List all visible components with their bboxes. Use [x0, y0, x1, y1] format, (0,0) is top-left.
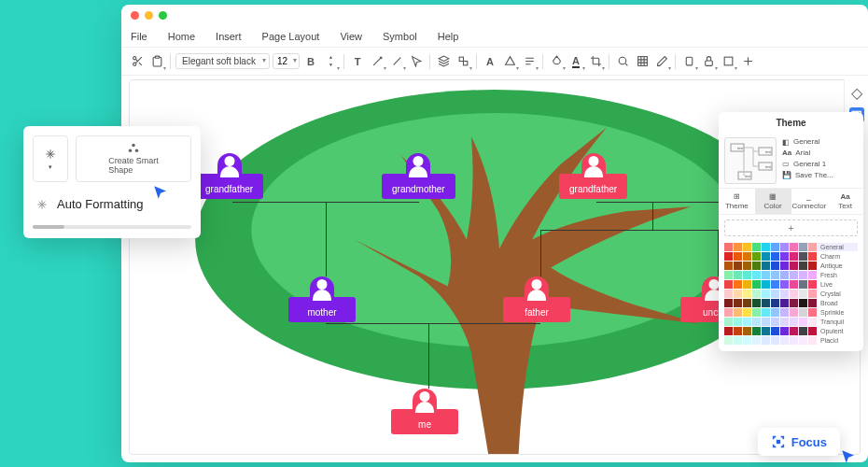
swatch[interactable]	[734, 280, 742, 289]
swatch[interactable]	[799, 252, 807, 261]
swatch[interactable]	[762, 336, 770, 345]
swatch[interactable]	[743, 299, 751, 307]
swatch[interactable]	[780, 299, 789, 307]
swatch[interactable]	[808, 290, 817, 298]
swatch[interactable]	[799, 243, 807, 251]
swatch[interactable]	[771, 252, 779, 261]
swatch-row[interactable]: Live	[724, 280, 858, 289]
swatch[interactable]	[724, 280, 733, 289]
layers-icon[interactable]	[435, 53, 452, 70]
preset-item[interactable]: ▭General 1	[782, 160, 858, 168]
swatch[interactable]	[734, 243, 742, 251]
swatch[interactable]	[724, 252, 733, 261]
swatch[interactable]	[724, 299, 733, 307]
swatch[interactable]	[780, 336, 789, 345]
swatch[interactable]	[743, 308, 751, 317]
diamond-icon[interactable]: ◇	[849, 85, 864, 100]
swatch[interactable]	[762, 243, 770, 251]
swatch[interactable]	[808, 308, 817, 317]
cut-icon[interactable]	[129, 53, 146, 70]
swatch[interactable]	[743, 280, 751, 289]
grid-icon[interactable]	[634, 53, 651, 70]
swatch[interactable]	[771, 327, 779, 335]
swatch[interactable]	[780, 252, 789, 261]
swatch[interactable]	[799, 280, 807, 289]
preset-item[interactable]: AaArial	[782, 149, 858, 157]
swatch[interactable]	[790, 243, 798, 251]
swatch-row[interactable]: Tranquil	[724, 318, 858, 326]
swatch[interactable]	[724, 308, 733, 317]
tab-connector[interactable]: ⎯Connector	[791, 189, 828, 214]
swatch[interactable]	[724, 290, 733, 298]
swatch[interactable]	[790, 299, 798, 307]
swatch[interactable]	[780, 243, 789, 251]
swatch-row[interactable]: Crystal	[724, 290, 858, 298]
swatch[interactable]	[771, 299, 779, 307]
tree-node-mother[interactable]: mother	[288, 276, 356, 322]
menu-view[interactable]: View	[340, 31, 362, 42]
swatch[interactable]	[724, 327, 733, 335]
swatch[interactable]	[762, 290, 770, 298]
swatch[interactable]	[734, 308, 742, 317]
preset-item[interactable]: 💾Save The...	[782, 171, 858, 179]
font-style-icon[interactable]: A	[482, 53, 498, 70]
swatch[interactable]	[771, 271, 779, 279]
sparkle-button[interactable]: ▾	[33, 135, 68, 182]
swatch[interactable]	[762, 262, 770, 270]
lock-icon[interactable]	[700, 53, 717, 70]
swatch[interactable]	[752, 243, 761, 251]
swatch[interactable]	[752, 318, 761, 326]
swatch[interactable]	[771, 262, 779, 270]
more-icon[interactable]	[739, 53, 756, 70]
swatch[interactable]	[790, 318, 798, 326]
swatch-row[interactable]: General	[724, 243, 858, 251]
menu-insert[interactable]: Insert	[216, 31, 242, 42]
swatch[interactable]	[790, 327, 798, 335]
swatch[interactable]	[799, 271, 807, 279]
swatch[interactable]	[771, 290, 779, 298]
preset-item[interactable]: ◧General	[782, 137, 858, 146]
swatch[interactable]	[762, 327, 770, 335]
swatch[interactable]	[734, 262, 742, 270]
swatch[interactable]	[808, 252, 817, 261]
menu-symbol[interactable]: Symbol	[383, 31, 417, 42]
swatch[interactable]	[799, 327, 807, 335]
format-slider[interactable]	[33, 225, 191, 229]
swatch[interactable]	[780, 327, 789, 335]
font-expand-icon[interactable]	[322, 53, 339, 70]
swatch[interactable]	[743, 252, 751, 261]
swatch-row[interactable]: Opulent	[724, 327, 858, 335]
swatch[interactable]	[734, 336, 742, 345]
swatch[interactable]	[752, 271, 761, 279]
swatch[interactable]	[808, 262, 817, 270]
swatch[interactable]	[752, 299, 761, 307]
swatch[interactable]	[752, 336, 761, 345]
swatch[interactable]	[808, 336, 817, 345]
swatch[interactable]	[734, 290, 742, 298]
swatch[interactable]	[790, 290, 798, 298]
pen-icon[interactable]	[653, 53, 670, 70]
size-select[interactable]: 12	[273, 53, 300, 69]
swatch[interactable]	[808, 327, 817, 335]
swatch[interactable]	[780, 318, 789, 326]
swatch-row[interactable]: Antique	[724, 262, 858, 270]
swatch[interactable]	[799, 299, 807, 307]
menu-file[interactable]: File	[131, 31, 147, 42]
swatch[interactable]	[790, 262, 798, 270]
swatch[interactable]	[790, 252, 798, 261]
swatch[interactable]	[799, 262, 807, 270]
swatch[interactable]	[808, 243, 817, 251]
font-select[interactable]: Elegant soft black	[175, 53, 270, 69]
swatch[interactable]	[752, 327, 761, 335]
swatch[interactable]	[799, 290, 807, 298]
swatch-row[interactable]: Charm	[724, 252, 858, 261]
close-dot[interactable]	[131, 11, 139, 20]
swatch[interactable]	[780, 271, 789, 279]
swatch[interactable]	[808, 318, 817, 326]
swatch[interactable]	[743, 271, 751, 279]
fill-icon[interactable]	[548, 53, 565, 70]
swatch[interactable]	[743, 243, 751, 251]
swatch[interactable]	[752, 308, 761, 317]
swatch[interactable]	[808, 299, 817, 307]
swatch[interactable]	[790, 271, 798, 279]
